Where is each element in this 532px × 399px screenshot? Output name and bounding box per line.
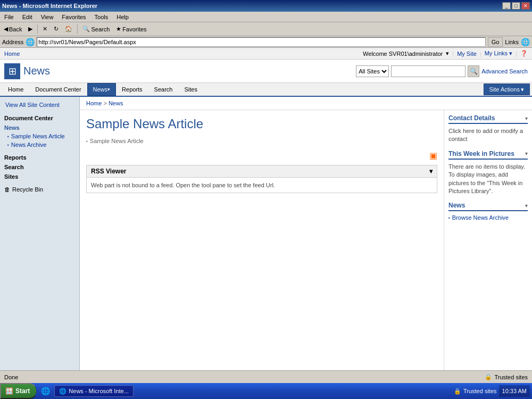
status-text: Done bbox=[4, 374, 18, 380]
sidebar-heading-news[interactable]: News bbox=[0, 122, 79, 132]
address-label: Address bbox=[2, 39, 23, 45]
article-title: Sample News Article bbox=[86, 117, 437, 131]
links-button[interactable]: Links bbox=[505, 39, 519, 45]
nav-search[interactable]: Search bbox=[148, 83, 179, 96]
sp-site-title: News bbox=[23, 65, 50, 77]
rp-pictures-text: There are no items to display. To displa… bbox=[448, 163, 528, 196]
trusted-sites-icon: 🔒 bbox=[485, 373, 492, 380]
sp-advanced-search-link[interactable]: Advanced Search bbox=[481, 68, 528, 74]
home-button[interactable]: 🏠 bbox=[62, 23, 75, 35]
sp-help-icon[interactable]: ❓ bbox=[520, 50, 528, 57]
sp-my-site-link[interactable]: My Site bbox=[457, 51, 477, 57]
sidebar-heading-search[interactable]: Search bbox=[0, 162, 79, 171]
nav-sites[interactable]: Sites bbox=[178, 83, 203, 96]
sidebar-heading-reports[interactable]: Reports bbox=[0, 152, 79, 162]
rp-contact-title: Contact Details bbox=[448, 114, 495, 122]
sidebar-view-all[interactable]: View All Site Content bbox=[0, 100, 79, 110]
rp-pictures-title: This Week in Pictures bbox=[448, 150, 514, 157]
breadcrumb-news[interactable]: News bbox=[109, 100, 123, 106]
site-actions-button[interactable]: Site Actions ▾ bbox=[484, 84, 530, 95]
globe-icon: 🌐 bbox=[26, 38, 35, 46]
sidebar-heading-document-center[interactable]: Document Center bbox=[0, 113, 79, 122]
nav-news[interactable]: News bbox=[87, 83, 117, 96]
content-area: Home > News Sample News Article Sample N… bbox=[80, 97, 532, 370]
sp-nav: Home Document Center News Reports Search… bbox=[0, 83, 532, 97]
sp-home-link[interactable]: Home bbox=[4, 51, 20, 57]
recycle-bin-icon: 🗑 bbox=[4, 186, 10, 193]
taskbar-ie-item[interactable]: 🌐 News - Microsoft Inte... bbox=[54, 385, 133, 397]
sp-search-input[interactable] bbox=[391, 65, 466, 77]
favorites-toolbar-button[interactable]: ★ Favorites bbox=[113, 23, 149, 35]
rp-browse-news-link[interactable]: Browse News Archive bbox=[448, 214, 528, 221]
menu-help[interactable]: Help bbox=[114, 13, 131, 21]
titlebar-controls[interactable]: _ □ ✕ bbox=[502, 2, 530, 10]
sidebar-heading-sites[interactable]: Sites bbox=[0, 171, 79, 181]
rp-contact-dropdown[interactable]: ▾ bbox=[525, 115, 528, 121]
lock-icon: 🔒 bbox=[454, 388, 461, 395]
addressbar: Address 🌐 Go Links 🌐 bbox=[0, 36, 532, 48]
sidebar-recycle-bin[interactable]: 🗑 Recycle Bin bbox=[0, 184, 79, 195]
statusbar: Done 🔒 Trusted sites bbox=[0, 370, 532, 383]
rp-news-title: News bbox=[448, 202, 465, 209]
sp-search-scope-select[interactable]: All Sites bbox=[356, 65, 389, 77]
sidebar-item-sample-news[interactable]: Sample News Article bbox=[0, 132, 79, 140]
refresh-button[interactable]: ↻ bbox=[51, 23, 61, 35]
rss-viewer-title: RSS Viewer bbox=[91, 168, 126, 175]
menu-view[interactable]: View bbox=[39, 13, 56, 21]
ie-quick-launch[interactable]: 🌐 bbox=[41, 387, 50, 395]
rp-pictures: This Week in Pictures ▾ There are no ite… bbox=[448, 150, 528, 196]
nav-home[interactable]: Home bbox=[2, 83, 29, 96]
menu-file[interactable]: File bbox=[2, 13, 16, 21]
close-button[interactable]: ✕ bbox=[521, 2, 530, 10]
start-icon: 🪟 bbox=[5, 387, 13, 395]
rss-viewer-header: RSS Viewer ▾ bbox=[86, 165, 437, 178]
rp-contact-header: Contact Details ▾ bbox=[448, 114, 528, 124]
sp-topbar: Home Welcome SVR01\administrator ▾ | My … bbox=[0, 48, 532, 60]
rss-icon-area: ▣ bbox=[86, 151, 437, 161]
content-inner: Sample News Article Sample News Article … bbox=[80, 110, 532, 370]
rss-feed-icon[interactable]: ▣ bbox=[429, 151, 437, 160]
menu-favorites[interactable]: Favorites bbox=[60, 13, 88, 21]
system-clock: 10:33 AM bbox=[499, 385, 530, 397]
trusted-sites-label: Trusted sites bbox=[494, 374, 528, 380]
menu-tools[interactable]: Tools bbox=[93, 13, 111, 21]
address-input[interactable] bbox=[37, 37, 485, 47]
taskbar-trusted-sites: 🔒 Trusted sites bbox=[454, 388, 497, 395]
start-button[interactable]: 🪟 Start bbox=[0, 383, 37, 399]
titlebar-title: News - Microsoft Internet Explorer bbox=[2, 3, 97, 9]
back-button[interactable]: ◀ Back bbox=[1, 23, 24, 35]
sp-nav-left: Home Document Center News Reports Search… bbox=[2, 83, 203, 96]
sp-search-area: All Sites 🔍 Advanced Search bbox=[356, 65, 528, 77]
search-toolbar-button[interactable]: 🔍 Search bbox=[80, 23, 112, 35]
rp-pictures-header: This Week in Pictures ▾ bbox=[448, 150, 528, 160]
rp-news-header: News ▾ bbox=[448, 202, 528, 211]
go-button[interactable]: Go bbox=[488, 37, 503, 47]
quick-launch: 🌐 bbox=[39, 387, 52, 395]
sidebar-item-news-archive[interactable]: News Archive bbox=[0, 140, 79, 149]
sp-search-button[interactable]: 🔍 bbox=[468, 65, 479, 77]
breadcrumb: Home > News bbox=[80, 97, 532, 110]
rp-news-dropdown[interactable]: ▾ bbox=[525, 203, 528, 209]
titlebar: News - Microsoft Internet Explorer _ □ ✕ bbox=[0, 0, 532, 12]
ie-taskbar-icon: 🌐 bbox=[59, 388, 66, 395]
article-subbreadcrumb: Sample News Article bbox=[86, 138, 437, 144]
rp-pictures-dropdown[interactable]: ▾ bbox=[525, 151, 528, 156]
maximize-button[interactable]: □ bbox=[512, 2, 520, 10]
sp-my-links[interactable]: My Links ▾ bbox=[485, 50, 512, 57]
taskbar: 🪟 Start 🌐 🌐 News - Microsoft Inte... 🔒 T… bbox=[0, 383, 532, 399]
menu-edit[interactable]: Edit bbox=[20, 13, 35, 21]
rp-contact-details: Contact Details ▾ Click here to add or m… bbox=[448, 114, 528, 144]
menubar: File Edit View Favorites Tools Help bbox=[0, 12, 532, 22]
breadcrumb-home[interactable]: Home bbox=[86, 100, 102, 106]
nav-document-center[interactable]: Document Center bbox=[29, 83, 87, 96]
forward-button[interactable]: ▶ bbox=[26, 23, 35, 35]
minimize-button[interactable]: _ bbox=[502, 2, 511, 10]
rss-viewer-body: Web part is not bound to a feed. Open th… bbox=[86, 178, 437, 193]
nav-reports[interactable]: Reports bbox=[116, 83, 148, 96]
stop-button[interactable]: ✕ bbox=[40, 23, 50, 35]
taskbar-middle: 🌐 🌐 News - Microsoft Inte... bbox=[37, 385, 452, 397]
sp-welcome-text: Welcome SVR01\administrator bbox=[363, 51, 443, 57]
rss-viewer-dropdown[interactable]: ▾ bbox=[429, 168, 433, 175]
main-content: Sample News Article Sample News Article … bbox=[80, 110, 444, 370]
rp-contact-text[interactable]: Click here to add or modify a contact bbox=[448, 127, 528, 144]
